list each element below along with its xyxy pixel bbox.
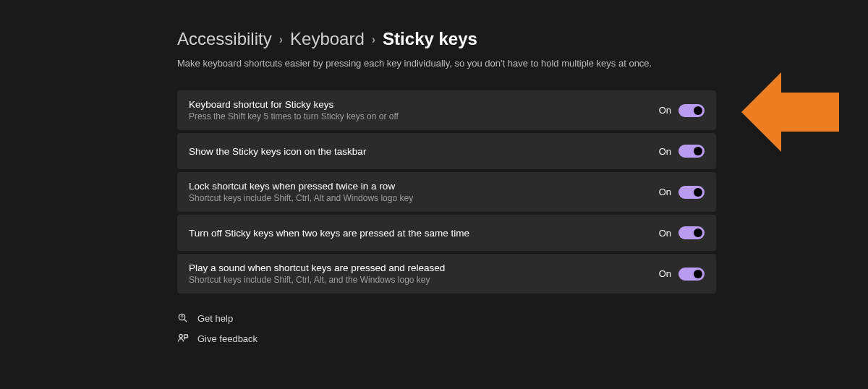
toggle-state-label: On: [659, 268, 671, 279]
svg-point-0: [179, 314, 184, 320]
toggle-switch[interactable]: [678, 268, 705, 281]
breadcrumb-item-keyboard[interactable]: Keyboard: [290, 29, 365, 49]
setting-taskbar-icon[interactable]: Show the Sticky keys icon on the taskbar…: [177, 133, 716, 169]
settings-list: Keyboard shortcut for Sticky keys Press …: [177, 90, 716, 294]
setting-subtitle: Shortcut keys include Shift, Ctrl, Alt a…: [189, 193, 413, 203]
callout-arrow: [741, 72, 839, 152]
setting-title: Play a sound when shortcut keys are pres…: [189, 262, 445, 273]
setting-turn-off-two-keys[interactable]: Turn off Sticky keys when two keys are p…: [177, 215, 716, 251]
page-title: Sticky keys: [383, 29, 477, 49]
toggle-state-label: On: [659, 228, 671, 239]
setting-title: Lock shortcut keys when pressed twice in…: [189, 181, 413, 192]
svg-rect-3: [184, 335, 188, 338]
setting-shortcut-sticky-keys[interactable]: Keyboard shortcut for Sticky keys Press …: [177, 90, 716, 130]
toggle-switch[interactable]: [678, 145, 705, 158]
setting-title: Keyboard shortcut for Sticky keys: [189, 99, 399, 110]
footer-links: Get help Give feedback: [177, 312, 716, 344]
svg-point-1: [182, 318, 182, 319]
toggle-switch[interactable]: [678, 186, 705, 199]
footer-link-label: Get help: [197, 313, 233, 324]
breadcrumb: Accessibility › Keyboard › Sticky keys: [177, 29, 716, 49]
toggle-switch[interactable]: [678, 104, 705, 117]
toggle-switch[interactable]: [678, 226, 705, 239]
setting-title: Show the Sticky keys icon on the taskbar: [189, 146, 366, 157]
toggle-state-label: On: [659, 105, 671, 116]
chevron-right-icon: ›: [372, 33, 375, 46]
setting-subtitle: Press the Shift key 5 times to turn Stic…: [189, 111, 399, 121]
chevron-right-icon: ›: [279, 33, 283, 46]
svg-point-2: [179, 334, 182, 337]
svg-marker-4: [741, 72, 839, 152]
setting-play-sound[interactable]: Play a sound when shortcut keys are pres…: [177, 254, 716, 294]
setting-subtitle: Shortcut keys include Shift, Ctrl, Alt, …: [189, 275, 445, 285]
get-help-link[interactable]: Get help: [177, 312, 716, 324]
help-icon: [177, 312, 189, 324]
give-feedback-link[interactable]: Give feedback: [177, 333, 716, 344]
setting-lock-shortcut[interactable]: Lock shortcut keys when pressed twice in…: [177, 172, 716, 212]
feedback-icon: [177, 333, 189, 344]
setting-title: Turn off Sticky keys when two keys are p…: [189, 228, 469, 239]
breadcrumb-item-accessibility[interactable]: Accessibility: [177, 29, 272, 49]
footer-link-label: Give feedback: [197, 333, 258, 344]
page-description: Make keyboard shortcuts easier by pressi…: [177, 58, 716, 69]
toggle-state-label: On: [659, 146, 671, 157]
toggle-state-label: On: [659, 187, 671, 197]
